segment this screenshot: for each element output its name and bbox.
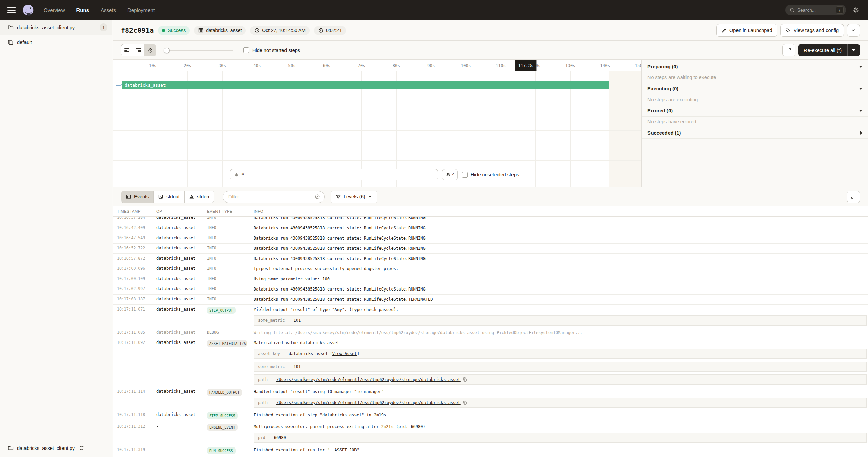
path-link[interactable]: /Users/smackesey/stm/code/elementl/oss/t… — [276, 377, 461, 382]
log-info-cell: Finished execution of run for "__ASSET_J… — [249, 445, 868, 457]
hamburger-menu-icon[interactable] — [7, 7, 16, 13]
sidebar-footer-label: databricks_asset_client.py — [17, 445, 75, 451]
gantt-step-bar[interactable]: databricks_asset — [122, 81, 609, 89]
primary-nav: OverviewRunsAssetsDeployment — [44, 7, 155, 13]
slider-track[interactable] — [164, 50, 233, 51]
step-panel-section-header[interactable]: Executing (0) — [642, 83, 868, 94]
step-query-options-button[interactable]: ^ — [442, 169, 458, 180]
sidebar-item[interactable]: default — [0, 35, 112, 50]
log-row[interactable]: 10:17:11.312-ENGINE_EVENTMultiprocess ex… — [113, 422, 868, 445]
search-input[interactable]: Search... / — [785, 5, 846, 15]
hide-unselected-checkbox-row[interactable]: Hide unselected steps — [462, 172, 519, 178]
run-header-more-button[interactable] — [847, 24, 860, 37]
step-panel-section-header[interactable]: Errored (0) — [642, 105, 868, 117]
log-tab-events[interactable]: Events — [121, 191, 154, 203]
log-event-type-cell: ENGINE_EVENT — [203, 422, 249, 445]
reexecute-all-button[interactable]: Re-execute all (*) — [798, 44, 860, 56]
gantt-fullscreen-button[interactable] — [782, 44, 795, 56]
nav-item-deployment[interactable]: Deployment — [127, 7, 155, 13]
path-link[interactable]: /Users/smackesey/stm/code/elementl/oss/t… — [276, 400, 461, 405]
axis-tick-label: 80s — [393, 60, 400, 71]
metadata-entry: some_metric101 — [254, 362, 867, 372]
log-event-type-cell: INFO — [203, 254, 249, 264]
event-type-text: INFO — [207, 286, 216, 291]
log-row[interactable]: 10:16:42.409databricks_assetINFODatabric… — [113, 223, 868, 233]
run-tag-label: databricks_asset — [206, 28, 242, 33]
log-event-type-cell: HANDLED_OUTPUT — [203, 387, 249, 410]
log-op: databricks_asset — [152, 305, 203, 328]
log-timestamp: 10:16:42.409 — [113, 223, 152, 233]
log-info-cell: Materialized value databricks_asset.asse… — [249, 338, 868, 387]
refresh-icon[interactable] — [79, 445, 84, 451]
log-filter-input-wrap[interactable] — [223, 191, 325, 203]
op-selector-icon — [234, 172, 239, 177]
event-type-pill: ENGINE_EVENT — [207, 424, 238, 431]
log-timestamp: 10:17:08.187 — [113, 295, 152, 304]
metadata-value: 66980 — [270, 433, 290, 442]
hide-unselected-checkbox[interactable] — [462, 172, 468, 178]
levels-filter-button[interactable]: Levels (6) — [331, 191, 377, 203]
clear-filter-icon[interactable] — [315, 194, 320, 199]
log-row[interactable]: 10:17:11.319-RUN_SUCCESSFinished executi… — [113, 445, 868, 457]
step-panel-empty-text: No steps are executing — [647, 97, 698, 102]
reexecute-dropdown-button[interactable] — [847, 44, 860, 56]
log-info-cell: Databricks run 43009438525818 current st… — [249, 295, 868, 304]
run-header: f82c091a Success databricks_assetOct 27,… — [113, 20, 868, 41]
gear-icon[interactable] — [853, 7, 859, 13]
nav-item-runs[interactable]: Runs — [76, 7, 89, 13]
hide-not-started-checkbox[interactable] — [243, 47, 249, 53]
view-asset-link[interactable]: View Asset — [332, 351, 357, 356]
step-filter-row: * ^ Hide unselected steps — [230, 169, 519, 180]
axis-tick-label: 110s — [496, 60, 506, 71]
view-tags-config-button[interactable]: View tags and config — [780, 24, 844, 37]
log-row[interactable]: 10:17:08.187databricks_assetINFODatabric… — [113, 295, 868, 305]
log-row[interactable]: 10:16:57.872databricks_assetINFODatabric… — [113, 254, 868, 264]
log-tab-stdout[interactable]: stdout — [154, 191, 185, 203]
log-info-text: Multiprocess executor: parent process ex… — [254, 424, 868, 430]
sidebar-item[interactable]: databricks_asset_client.py1 — [0, 20, 112, 35]
metadata-entry: path/Users/smackesey/stm/code/elementl/o… — [254, 374, 867, 385]
log-row[interactable]: 10:17:00.109databricks_assetINFOUsing so… — [113, 274, 868, 284]
slider-thumb[interactable] — [164, 48, 170, 53]
dagster-logo[interactable] — [22, 4, 35, 17]
hide-not-started-checkbox-row[interactable]: Hide not started steps — [243, 47, 300, 53]
logs-fullscreen-button[interactable] — [847, 191, 860, 203]
log-row[interactable]: 10:17:11.092databricks_assetASSET_MATERI… — [113, 338, 868, 387]
nav-item-overview[interactable]: Overview — [44, 7, 65, 13]
log-tab-stderr[interactable]: stderr — [185, 191, 214, 203]
run-tag-asset-grid[interactable]: databricks_asset — [194, 26, 246, 35]
log-row[interactable]: 10:17:11.071databricks_assetSTEP_OUTPUTY… — [113, 305, 868, 328]
log-event-type-cell: STEP_OUTPUT — [203, 305, 249, 328]
log-row[interactable]: 10:17:00.096databricks_assetINFO[pipes] … — [113, 264, 868, 274]
waterfall-view-button[interactable] — [133, 44, 144, 56]
copy-icon[interactable] — [463, 400, 467, 405]
run-tag-stopwatch[interactable]: 0:02:21 — [314, 26, 346, 35]
metadata-value: 101 — [289, 316, 305, 325]
log-info-text: Finished execution of run for "__ASSET_J… — [254, 447, 868, 453]
timed-view-button[interactable] — [144, 44, 156, 56]
log-row[interactable]: 10:17:02.997databricks_assetINFODatabric… — [113, 284, 868, 295]
nav-item-assets[interactable]: Assets — [101, 7, 116, 13]
log-column-header: EVENT TYPE — [203, 206, 249, 216]
run-tag-clock[interactable]: Oct 27, 10:14:50 AM — [250, 26, 310, 35]
log-row[interactable]: 10:17:11.118databricks_assetSTEP_SUCCESS… — [113, 410, 868, 422]
step-panel-section-header[interactable]: Preparing (0) — [642, 61, 868, 72]
open-in-launchpad-button[interactable]: Open in Launchpad — [716, 24, 778, 37]
step-panel-section-body: No steps have errored — [642, 117, 868, 128]
log-row[interactable]: 10:16:47.549databricks_assetINFODatabric… — [113, 233, 868, 244]
flat-view-button[interactable] — [121, 44, 133, 56]
log-event-type-cell: INFO — [203, 264, 249, 274]
log-row[interactable]: 10:17:11.085databricks_assetDEBUGWriting… — [113, 328, 868, 338]
log-row[interactable]: 10:16:37.284databricks_assetINFODatabric… — [113, 217, 868, 223]
zoom-slider[interactable] — [164, 48, 233, 53]
log-row[interactable]: 10:16:52.722databricks_assetINFODatabric… — [113, 244, 868, 254]
tag-icon — [785, 28, 791, 33]
log-info-cell: Yielded output "result" of type "Any". (… — [249, 305, 868, 328]
copy-icon[interactable] — [463, 377, 467, 382]
log-filter-input[interactable] — [228, 194, 315, 199]
log-timestamp: 10:17:11.092 — [113, 338, 152, 387]
log-row[interactable]: 10:17:11.114databricks_assetHANDLED_OUTP… — [113, 387, 868, 410]
step-selector-input[interactable]: * — [230, 169, 438, 180]
layers-icon — [446, 172, 451, 177]
step-panel-section-header[interactable]: Succeeded (1) — [642, 127, 868, 139]
